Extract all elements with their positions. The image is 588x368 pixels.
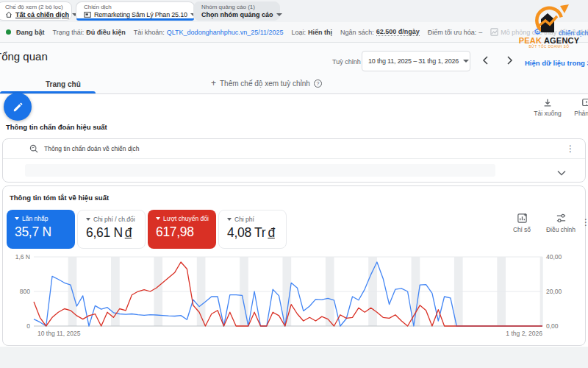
budget-value[interactable]: 62.500 đ/ngày — [376, 28, 420, 36]
svg-text:20,00: 20,00 — [546, 288, 562, 295]
diagnostics-expand-row — [3, 159, 585, 182]
scope-toolbar: Chế độ xem (2 bộ lọc) Tất cả chiến dịch … — [0, 0, 588, 22]
edit-fab-button[interactable] — [4, 93, 32, 121]
view-filter-value: Tất cả chiến dịch — [15, 10, 69, 19]
svg-text:40,00: 40,00 — [546, 253, 562, 261]
add-custom-view-tab[interactable]: + Thêm chế độ xem tuỳ chỉnh ? — [211, 78, 322, 88]
home-icon — [5, 11, 12, 18]
status-opt-score: Điểm tối ưu hóa:– — [428, 29, 483, 36]
logo-mark-icon — [528, 3, 570, 35]
pencil-icon — [12, 102, 24, 113]
caret-down-icon — [156, 217, 160, 220]
download-icon — [542, 98, 553, 108]
view-filter-label: Chế độ xem (2 bộ lọc) — [5, 4, 65, 10]
adjust-button[interactable]: Điều chỉnh — [540, 213, 581, 233]
date-range-picker[interactable]: 10 thg 11, 2025 – 31 thg 1, 2026 — [362, 51, 470, 71]
performance-summary-card: Thông tin tóm tắt về hiệu suất Lần nhấp … — [2, 185, 586, 346]
status-budget: Ngân sách:62.500 đ/ngày — [340, 28, 420, 36]
display-campaign-icon — [84, 11, 91, 18]
view-filter-dropdown[interactable]: Chế độ xem (2 bộ lọc) Tất cả chiến dịch — [0, 1, 72, 21]
campaign-dropdown[interactable]: Chiến dịch Remarketing Sâm Lý Phan 25.10 — [76, 1, 195, 21]
date-range-value: 10 thg 11, 2025 – 31 thg 1, 2026 — [368, 57, 459, 65]
insights-search-icon — [29, 144, 38, 153]
caret-down-icon — [15, 217, 19, 220]
page-title: Tổng quan — [0, 50, 48, 63]
ad-group-label: Nhóm quảng cáo (1) — [201, 4, 273, 10]
status-eligibility: Trạng thái:Đủ điều kiện — [53, 29, 126, 36]
caret-down-icon — [227, 218, 232, 221]
tab-home[interactable]: Trang chủ — [46, 80, 81, 88]
metric-card-cost-per-conv[interactable]: Chi phí / ch.đổi 6,61 Nđ — [77, 210, 146, 249]
caret-down-icon — [276, 13, 282, 16]
caret-down-icon — [463, 60, 469, 63]
status-enabled[interactable]: Đang bật — [6, 29, 45, 36]
logo-wordmark: PEAK AGENCY — [512, 37, 587, 45]
feedback-button[interactable]: Phản hồi — [566, 98, 588, 117]
ad-group-value: Chọn nhóm quảng cáo — [201, 10, 273, 19]
caret-down-icon — [86, 218, 90, 221]
metric-card-clicks[interactable]: Lần nhấp 35,7 N — [7, 210, 75, 249]
show-data-link[interactable]: Hiện dữ liệu trong 30 ngày qua — [525, 59, 588, 67]
chevron-down-icon[interactable] — [557, 166, 566, 179]
diagnostics-row-label: Thông tin chẩn đoán về chiến dịch — [44, 145, 139, 152]
diagnostics-card: Thông tin chẩn đoán về chiến dịch ⋮ — [2, 138, 586, 183]
google-ads-overview-screen: Chế độ xem (2 bộ lọc) Tất cả chiến dịch … — [0, 0, 588, 368]
date-custom-label: Tuỳ chỉnh — [332, 58, 361, 66]
svg-text:1,6 N: 1,6 N — [15, 253, 30, 261]
campaign-value: Remarketing Sâm Lý Phan 25.10 — [94, 10, 187, 19]
svg-text:1 thg 2, 2026: 1 thg 2, 2026 — [506, 330, 542, 337]
plus-icon: + — [211, 78, 216, 88]
summary-heading: Thông tin tóm tắt về hiệu suất — [10, 194, 109, 202]
page-background-strip — [0, 347, 588, 368]
help-icon[interactable]: ? — [314, 79, 322, 88]
simulate-icon — [490, 28, 498, 36]
svg-text:10 thg 11, 2025: 10 thg 11, 2025 — [37, 330, 81, 337]
svg-text:0: 0 — [26, 322, 30, 330]
diagnostics-row[interactable]: Thông tin chẩn đoán về chiến dịch ⋮ — [3, 139, 585, 159]
campaign-status-bar: Đang bật Trạng thái:Đủ điều kiện Tài kho… — [0, 22, 588, 43]
metric-card-conversions[interactable]: Lượt chuyển đổi 617,98 — [148, 210, 216, 249]
feedback-icon — [581, 98, 588, 108]
kebab-menu-icon[interactable]: ⋮ — [581, 217, 588, 227]
metric-card-cost[interactable]: Chi phí 4,08 Trđ — [218, 210, 287, 249]
chart-plus-icon — [517, 213, 528, 224]
download-button[interactable]: Tải xuống — [527, 98, 568, 117]
skeleton-placeholder — [25, 164, 495, 177]
date-next-button[interactable] — [503, 54, 517, 68]
svg-text:0,00: 0,00 — [546, 322, 559, 330]
overview-header: Tổng quan Tuỳ chỉnh 10 thg 11, 2025 – 31… — [0, 43, 588, 94]
enabled-dot-icon — [6, 29, 11, 35]
campaign-label: Chiến dịch — [84, 4, 188, 10]
status-account: Tài khoản:QLTK_dodonghanhphuc.vn_25/11/2… — [134, 29, 284, 36]
ad-group-dropdown[interactable]: Nhóm quảng cáo (1) Chọn nhóm quảng cáo — [193, 1, 280, 21]
date-prev-button[interactable] — [478, 54, 492, 68]
performance-chart[interactable]: 08001,6 N0,0020,0040,0010 thg 11, 20251 … — [3, 250, 587, 344]
svg-text:800: 800 — [20, 288, 30, 295]
metrics-button[interactable]: Chỉ số — [505, 213, 539, 233]
peak-agency-logo: PEAK AGENCY Bứt tốc doanh số — [512, 3, 587, 50]
diagnostics-heading: Thông tin chẩn đoán hiệu suất — [6, 123, 107, 131]
tune-sliders-icon — [556, 213, 567, 224]
account-link[interactable]: QLTK_dodonghanhphuc.vn_25/11/2025 — [167, 29, 284, 36]
status-type: Loại:Hiển thị — [292, 29, 333, 36]
kebab-menu-icon[interactable]: ⋮ — [566, 144, 575, 153]
logo-tagline: Bứt tốc doanh số — [512, 45, 587, 49]
